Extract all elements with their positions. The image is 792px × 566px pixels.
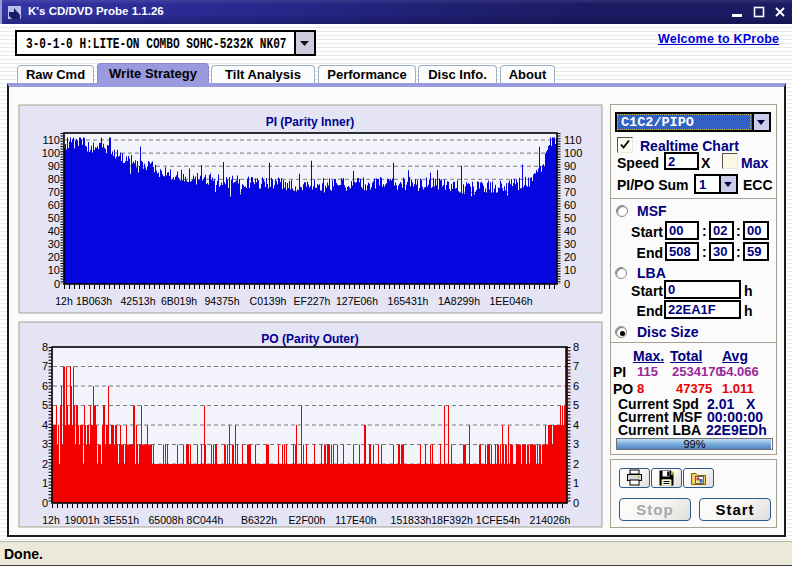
svg-text:12h: 12h [55,295,73,307]
svg-text:8: 8 [573,341,579,353]
svg-text:1A8299h: 1A8299h [438,295,480,307]
svg-text:19001h: 19001h [64,514,99,526]
svg-text:E2F00h: E2F00h [289,514,326,526]
svg-text:60: 60 [48,199,60,211]
svg-text:50: 50 [564,212,576,224]
svg-text:90: 90 [564,160,576,172]
svg-text:6B019h: 6B019h [161,295,197,307]
svg-text:1: 1 [42,477,48,489]
svg-text:B6322h: B6322h [241,514,277,526]
svg-text:0: 0 [573,497,579,509]
svg-text:PO (Parity Outer): PO (Parity Outer) [261,332,358,346]
svg-text:40: 40 [48,225,60,237]
svg-text:20: 20 [564,251,576,263]
svg-text:18F392h: 18F392h [431,514,473,526]
svg-text:1CFE54h: 1CFE54h [476,514,521,526]
svg-text:80: 80 [564,173,576,185]
svg-text:8C044h: 8C044h [187,514,224,526]
svg-text:5: 5 [42,399,48,411]
svg-text:100: 100 [564,147,582,159]
svg-text:3: 3 [573,438,579,450]
svg-text:4: 4 [42,419,48,431]
svg-text:4: 4 [573,419,579,431]
svg-text:30: 30 [564,238,576,250]
svg-text:110: 110 [564,134,582,146]
svg-text:214026h: 214026h [530,514,571,526]
svg-text:6: 6 [573,380,579,392]
svg-text:60: 60 [564,199,576,211]
svg-text:110: 110 [42,134,60,146]
svg-text:7: 7 [573,360,579,372]
svg-text:70: 70 [48,186,60,198]
svg-text:0: 0 [42,497,48,509]
svg-text:65008h: 65008h [148,514,183,526]
svg-text:C0139h: C0139h [250,295,287,307]
svg-text:42513h: 42513h [120,295,155,307]
svg-text:30: 30 [48,238,60,250]
svg-text:117E40h: 117E40h [335,514,376,526]
svg-text:165431h: 165431h [388,295,429,307]
svg-text:7: 7 [42,360,48,372]
svg-text:10: 10 [564,264,576,276]
svg-text:1EE046h: 1EE046h [489,295,532,307]
svg-text:10: 10 [48,264,60,276]
svg-text:2: 2 [42,458,48,470]
svg-text:50: 50 [48,212,60,224]
svg-text:70: 70 [564,186,576,198]
svg-text:90: 90 [48,160,60,172]
svg-text:PI (Parity Inner): PI (Parity Inner) [266,115,355,129]
svg-text:EF227h: EF227h [294,295,331,307]
svg-text:1B063h: 1B063h [76,295,112,307]
svg-text:80: 80 [48,173,60,185]
svg-text:8: 8 [42,341,48,353]
svg-text:20: 20 [48,251,60,263]
svg-text:40: 40 [564,225,576,237]
svg-text:127E06h: 127E06h [336,295,378,307]
svg-text:6: 6 [42,380,48,392]
svg-text:5: 5 [573,399,579,411]
svg-text:3: 3 [42,438,48,450]
svg-text:0: 0 [564,278,570,290]
svg-text:100: 100 [42,147,60,159]
svg-text:151833h: 151833h [391,514,432,526]
svg-text:94375h: 94375h [204,295,239,307]
svg-text:12h: 12h [42,514,60,526]
svg-text:2: 2 [573,458,579,470]
svg-text:0: 0 [54,278,60,290]
svg-text:3E551h: 3E551h [103,514,139,526]
svg-text:1: 1 [573,477,579,489]
